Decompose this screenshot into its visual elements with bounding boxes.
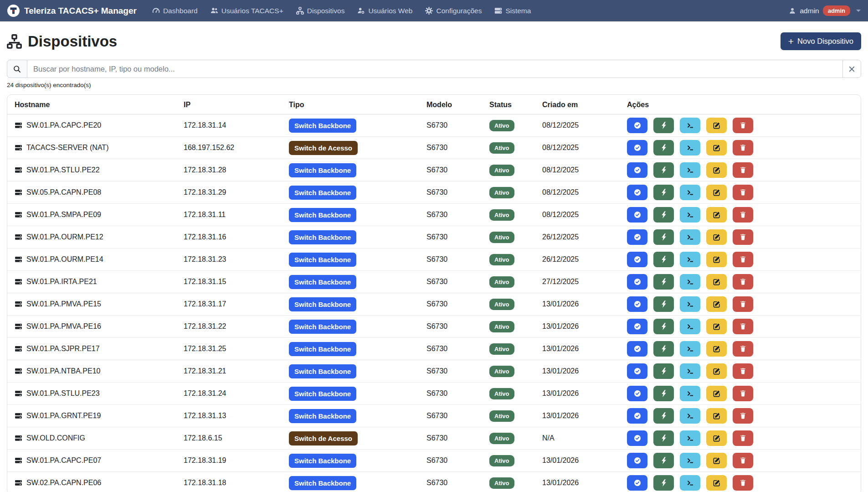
validate-button[interactable] <box>627 252 647 267</box>
terminal-button[interactable] <box>680 296 700 312</box>
delete-button[interactable] <box>733 207 753 223</box>
test-connection-button[interactable] <box>653 140 674 155</box>
delete-button[interactable] <box>733 319 753 334</box>
search-input[interactable] <box>27 60 842 78</box>
delete-button[interactable] <box>733 229 753 245</box>
terminal-button[interactable] <box>680 252 700 267</box>
validate-button[interactable] <box>627 207 647 223</box>
delete-button[interactable] <box>733 162 753 178</box>
test-connection-button[interactable] <box>653 386 674 401</box>
edit-button[interactable] <box>706 252 727 267</box>
edit-button[interactable] <box>706 296 727 312</box>
test-connection-button[interactable] <box>653 453 674 468</box>
validate-button[interactable] <box>627 386 647 401</box>
validate-button[interactable] <box>627 453 647 468</box>
delete-button[interactable] <box>733 386 753 401</box>
test-connection-button[interactable] <box>653 118 674 133</box>
edit-button[interactable] <box>706 341 727 357</box>
delete-button[interactable] <box>733 185 753 200</box>
edit-button[interactable] <box>706 408 727 424</box>
validate-button[interactable] <box>627 475 647 491</box>
nav-item-usuarios-tacacs[interactable]: Usuários TACACS+ <box>211 7 283 15</box>
terminal-button[interactable] <box>680 363 700 379</box>
edit-button[interactable] <box>706 319 727 334</box>
validate-button[interactable] <box>627 140 647 155</box>
test-connection-button[interactable] <box>653 430 674 446</box>
trash-icon <box>740 390 746 397</box>
terminal-button[interactable] <box>680 207 700 223</box>
edit-button[interactable] <box>706 363 727 379</box>
brand-title: Teleriza TACACS+ Manager <box>24 6 137 16</box>
terminal-button[interactable] <box>680 430 700 446</box>
brand[interactable]: Teleriza TACACS+ Manager <box>7 5 137 17</box>
terminal-button[interactable] <box>680 453 700 468</box>
terminal-button[interactable] <box>680 162 700 178</box>
terminal-button[interactable] <box>680 408 700 424</box>
validate-button[interactable] <box>627 274 647 290</box>
delete-button[interactable] <box>733 274 753 290</box>
validate-button[interactable] <box>627 319 647 334</box>
validate-button[interactable] <box>627 229 647 245</box>
validate-button[interactable] <box>627 118 647 133</box>
terminal-button[interactable] <box>680 319 700 334</box>
edit-button[interactable] <box>706 207 727 223</box>
delete-button[interactable] <box>733 453 753 468</box>
pencil-icon <box>713 189 720 196</box>
edit-button[interactable] <box>706 274 727 290</box>
validate-button[interactable] <box>627 408 647 424</box>
new-device-button[interactable]: + Novo Dispositivo <box>781 32 861 50</box>
test-connection-button[interactable] <box>653 296 674 312</box>
terminal-button[interactable] <box>680 274 700 290</box>
nav-item-dashboard[interactable]: Dashboard <box>152 7 198 15</box>
terminal-button[interactable] <box>680 118 700 133</box>
edit-button[interactable] <box>706 140 727 155</box>
delete-button[interactable] <box>733 341 753 357</box>
nav-item-dispositivos[interactable]: Dispositivos <box>296 7 345 15</box>
test-connection-button[interactable] <box>653 252 674 267</box>
delete-button[interactable] <box>733 118 753 133</box>
edit-button[interactable] <box>706 229 727 245</box>
validate-button[interactable] <box>627 185 647 200</box>
clear-search-button[interactable] <box>842 60 861 78</box>
edit-button[interactable] <box>706 162 727 178</box>
delete-button[interactable] <box>733 363 753 379</box>
validate-button[interactable] <box>627 341 647 357</box>
delete-button[interactable] <box>733 296 753 312</box>
test-connection-button[interactable] <box>653 408 674 424</box>
validate-button[interactable] <box>627 430 647 446</box>
test-connection-button[interactable] <box>653 274 674 290</box>
delete-button[interactable] <box>733 140 753 155</box>
terminal-button[interactable] <box>680 386 700 401</box>
test-connection-button[interactable] <box>653 162 674 178</box>
validate-button[interactable] <box>627 296 647 312</box>
delete-button[interactable] <box>733 408 753 424</box>
test-connection-button[interactable] <box>653 319 674 334</box>
terminal-button[interactable] <box>680 341 700 357</box>
nav-item-usuarios-web[interactable]: Usuários Web <box>357 7 412 15</box>
terminal-button[interactable] <box>680 140 700 155</box>
nav-item-configuracoes[interactable]: Configurações <box>425 7 482 15</box>
nav-item-sistema[interactable]: Sistema <box>494 7 531 15</box>
edit-button[interactable] <box>706 475 727 491</box>
validate-button[interactable] <box>627 363 647 379</box>
validate-button[interactable] <box>627 162 647 178</box>
test-connection-button[interactable] <box>653 185 674 200</box>
edit-button[interactable] <box>706 118 727 133</box>
edit-button[interactable] <box>706 453 727 468</box>
delete-button[interactable] <box>733 430 753 446</box>
user-menu[interactable]: admin admin <box>789 5 861 16</box>
delete-button[interactable] <box>733 252 753 267</box>
edit-button[interactable] <box>706 185 727 200</box>
test-connection-button[interactable] <box>653 363 674 379</box>
terminal-button[interactable] <box>680 185 700 200</box>
test-connection-button[interactable] <box>653 207 674 223</box>
test-connection-button[interactable] <box>653 341 674 357</box>
test-connection-button[interactable] <box>653 229 674 245</box>
edit-button[interactable] <box>706 386 727 401</box>
terminal-button[interactable] <box>680 229 700 245</box>
test-connection-button[interactable] <box>653 475 674 491</box>
status-badge: Ativo <box>489 209 514 221</box>
terminal-button[interactable] <box>680 475 700 491</box>
delete-button[interactable] <box>733 475 753 491</box>
edit-button[interactable] <box>706 430 727 446</box>
